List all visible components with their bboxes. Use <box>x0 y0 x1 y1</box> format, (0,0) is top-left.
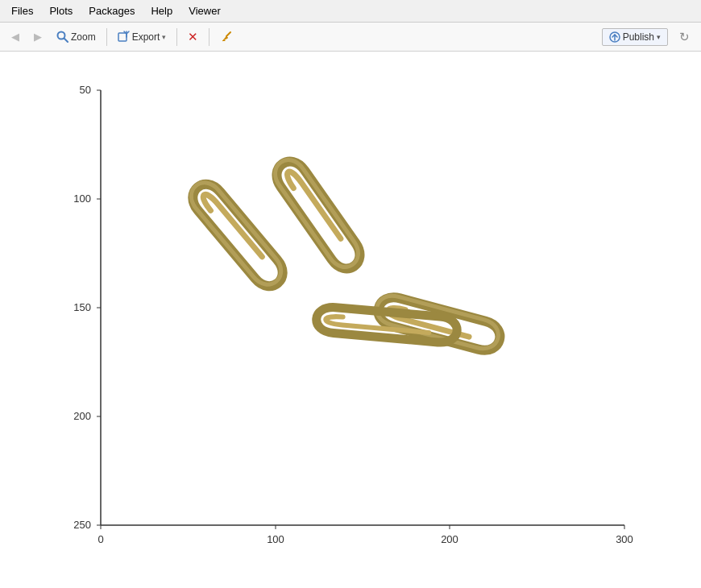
separator-1 <box>106 28 107 46</box>
zoom-button[interactable]: Zoom <box>50 27 102 46</box>
plot-area: 50 100 150 200 250 0 100 200 300 <box>0 52 701 588</box>
publish-button[interactable]: Publish ▾ <box>602 28 668 46</box>
svg-text:100: 100 <box>73 193 91 205</box>
svg-rect-2 <box>118 33 127 41</box>
prev-icon: ◀ <box>11 31 19 43</box>
toolbar: ◀ ▶ Zoom Export ▾ ✕ <box>0 23 701 52</box>
svg-line-4 <box>226 32 230 36</box>
menu-help[interactable]: Help <box>143 2 180 20</box>
close-button[interactable]: ✕ <box>181 27 205 46</box>
export-button[interactable]: Export ▾ <box>111 27 173 46</box>
publish-label: Publish <box>623 31 654 43</box>
broom-icon <box>220 31 232 43</box>
zoom-label: Zoom <box>71 31 96 43</box>
publish-dropdown-icon: ▾ <box>657 33 661 41</box>
paperclip-1-detail <box>185 176 287 291</box>
svg-line-1 <box>64 39 68 43</box>
svg-text:200: 200 <box>441 533 458 545</box>
export-dropdown-icon: ▾ <box>162 33 166 41</box>
next-button[interactable]: ▶ <box>27 27 48 46</box>
paperclip-2-detail <box>269 154 364 273</box>
menu-files[interactable]: Files <box>3 2 41 20</box>
menu-bar: Files Plots Packages Help Viewer <box>0 0 701 23</box>
prev-button[interactable]: ◀ <box>5 27 26 46</box>
clear-button[interactable] <box>214 27 239 46</box>
chart-svg: 50 100 150 200 250 0 100 200 300 <box>44 74 657 565</box>
paperclip-1 <box>186 178 288 292</box>
svg-text:100: 100 <box>267 533 284 545</box>
refresh-button[interactable]: ↻ <box>673 27 696 48</box>
refresh-icon: ↻ <box>679 30 690 44</box>
menu-plots[interactable]: Plots <box>41 2 81 20</box>
svg-text:50: 50 <box>80 84 91 96</box>
export-icon <box>118 31 130 43</box>
close-icon: ✕ <box>188 31 198 43</box>
svg-text:300: 300 <box>616 533 633 545</box>
paperclip-2 <box>271 155 366 275</box>
menu-viewer[interactable]: Viewer <box>180 2 229 20</box>
svg-text:200: 200 <box>73 410 91 422</box>
svg-text:150: 150 <box>73 301 91 313</box>
export-label: Export <box>132 31 160 43</box>
svg-text:250: 250 <box>73 519 91 531</box>
next-icon: ▶ <box>34 31 42 43</box>
svg-text:0: 0 <box>97 533 103 545</box>
separator-2 <box>176 28 177 46</box>
menu-packages[interactable]: Packages <box>81 2 143 20</box>
separator-3 <box>209 28 209 46</box>
zoom-icon <box>56 31 68 43</box>
publish-icon <box>609 31 620 43</box>
